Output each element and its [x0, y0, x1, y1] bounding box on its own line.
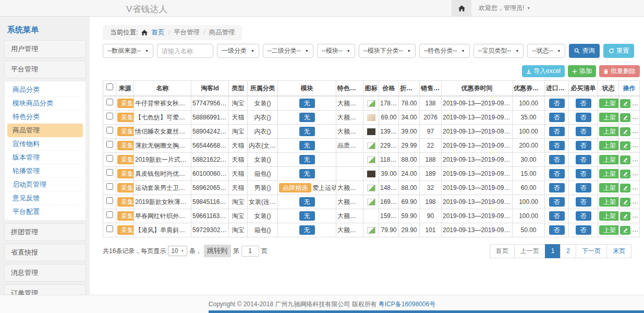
page-button[interactable]: 首页	[490, 244, 515, 258]
sidebar-submenu-item[interactable]: 商品管理	[7, 124, 83, 137]
row-checkbox[interactable]	[106, 169, 113, 176]
feature-category-select[interactable]: --特色分类-- ▼	[419, 44, 470, 58]
page-button[interactable]: 2	[560, 244, 576, 258]
reset-button[interactable]: 重置	[603, 44, 634, 58]
page-button[interactable]: 1	[545, 244, 561, 258]
data-source-select[interactable]: --数据来源-- ▼	[103, 44, 153, 58]
must-buy-toggle[interactable]: 否	[576, 211, 591, 221]
must-buy-toggle[interactable]: 否	[576, 197, 591, 207]
item-type-select[interactable]: --宝贝类型-- ▼	[473, 44, 524, 58]
sidebar-item-user-management[interactable]: 用户管理	[4, 40, 86, 58]
status-toggle[interactable]: 上架	[599, 127, 619, 136]
module-none-badge[interactable]: 无	[299, 197, 315, 207]
status-select[interactable]: --状态-- ▼	[527, 44, 565, 58]
module-brand-badge[interactable]: 品牌精选	[279, 183, 311, 192]
module-select[interactable]: --模块-- ▼	[317, 44, 355, 58]
sidebar-submenu-item[interactable]: 意见反馈	[7, 191, 83, 205]
import-pref-toggle[interactable]: 否	[549, 183, 565, 192]
edit-button[interactable]	[620, 184, 630, 192]
status-toggle[interactable]: 上架	[599, 141, 619, 150]
sidebar-submenu-item[interactable]: 宣传物料	[7, 137, 83, 151]
home-button[interactable]	[452, 0, 471, 16]
sidebar-submenu-item[interactable]: 版本管理	[7, 151, 83, 164]
row-checkbox[interactable]	[106, 113, 113, 119]
import-excel-button[interactable]: 导入excel	[522, 65, 565, 77]
sidebar-item[interactable]: 省直快报	[4, 244, 86, 261]
import-pref-toggle[interactable]: 否	[549, 225, 565, 235]
level2-category-select[interactable]: --二级分类-- ▼	[263, 44, 313, 58]
import-pref-toggle[interactable]: 否	[549, 127, 565, 136]
row-checkbox[interactable]	[106, 141, 113, 148]
breadcrumb-home-link[interactable]: 首页	[151, 28, 164, 37]
module-subcategory-select[interactable]: --模块下分类-- ▼	[359, 44, 416, 58]
must-buy-toggle[interactable]: 否	[576, 127, 591, 136]
edit-button[interactable]	[620, 226, 630, 235]
row-checkbox[interactable]	[106, 211, 113, 218]
sidebar-item[interactable]: 订单管理	[4, 284, 86, 295]
status-toggle[interactable]: 上架	[599, 113, 619, 122]
add-button[interactable]: 添加	[568, 65, 596, 77]
import-pref-toggle[interactable]: 否	[549, 197, 565, 207]
module-none-badge[interactable]: 无	[299, 211, 315, 221]
row-checkbox[interactable]	[106, 225, 113, 232]
must-buy-toggle[interactable]: 否	[576, 183, 591, 192]
status-toggle[interactable]: 上架	[599, 197, 619, 207]
row-checkbox[interactable]	[106, 127, 113, 134]
page-button[interactable]: 末页	[606, 244, 631, 258]
must-buy-toggle[interactable]: 否	[576, 225, 591, 235]
icp-link[interactable]: 粤ICP备16098006号	[379, 300, 435, 309]
import-pref-toggle[interactable]: 否	[549, 169, 565, 178]
import-pref-toggle[interactable]: 否	[549, 141, 565, 150]
sidebar-item[interactable]: 拼团管理	[4, 223, 86, 241]
edit-button[interactable]	[620, 127, 630, 136]
edit-button[interactable]	[620, 198, 630, 207]
must-buy-toggle[interactable]: 否	[576, 141, 591, 150]
sidebar-item-platform-management[interactable]: 平台管理	[4, 61, 86, 78]
edit-button[interactable]	[620, 113, 630, 122]
page-button[interactable]: 上一页	[514, 244, 545, 258]
sidebar-submenu-item[interactable]: 特色分类	[7, 110, 83, 124]
page-number-input[interactable]	[241, 246, 259, 257]
per-page-select[interactable]: 10 ▼	[168, 246, 187, 256]
import-pref-toggle[interactable]: 否	[549, 113, 565, 122]
row-checkbox[interactable]	[106, 183, 113, 190]
module-none-badge[interactable]: 无	[299, 99, 315, 108]
status-toggle[interactable]: 上架	[599, 211, 619, 221]
name-search-input[interactable]	[157, 44, 213, 58]
edit-button[interactable]	[620, 212, 630, 221]
status-toggle[interactable]: 上架	[599, 225, 619, 235]
edit-button[interactable]	[620, 99, 630, 108]
module-none-badge[interactable]: 无	[299, 141, 315, 150]
sidebar-submenu-item[interactable]: 商品分类	[7, 83, 83, 97]
status-toggle[interactable]: 上架	[599, 183, 619, 192]
module-none-badge[interactable]: 无	[299, 155, 315, 164]
status-toggle[interactable]: 上架	[599, 155, 619, 164]
module-none-badge[interactable]: 无	[299, 169, 315, 178]
must-buy-toggle[interactable]: 否	[576, 169, 591, 178]
edit-button[interactable]	[620, 141, 630, 150]
edit-button[interactable]	[620, 155, 630, 164]
page-button[interactable]: 下一页	[576, 244, 607, 258]
row-checkbox[interactable]	[106, 155, 113, 162]
must-buy-toggle[interactable]: 否	[576, 113, 591, 122]
user-menu[interactable]: 欢迎您，管理员! ▼	[479, 4, 530, 13]
must-buy-toggle[interactable]: 否	[576, 99, 591, 108]
edit-button[interactable]	[620, 170, 630, 178]
row-checkbox[interactable]	[106, 99, 113, 105]
import-pref-toggle[interactable]: 否	[549, 155, 565, 164]
sidebar-submenu-item[interactable]: 启动页管理	[7, 178, 83, 191]
import-pref-toggle[interactable]: 否	[549, 99, 565, 108]
must-buy-toggle[interactable]: 否	[576, 155, 591, 164]
module-none-badge[interactable]: 无	[299, 225, 315, 235]
sidebar-submenu-item[interactable]: 平台配置	[7, 205, 83, 219]
status-toggle[interactable]: 上架	[599, 99, 619, 108]
sidebar-item[interactable]: 消息管理	[4, 264, 86, 282]
row-checkbox[interactable]	[106, 197, 113, 204]
sidebar-submenu-item[interactable]: 模块商品分类	[7, 97, 83, 110]
select-all-checkbox[interactable]	[106, 83, 113, 90]
import-pref-toggle[interactable]: 否	[549, 211, 565, 221]
level1-category-select[interactable]: 一级分类 ▼	[217, 44, 259, 58]
module-none-badge[interactable]: 无	[299, 127, 315, 136]
sidebar-submenu-item[interactable]: 轮播管理	[7, 164, 83, 178]
search-button[interactable]: 查询	[569, 44, 600, 58]
